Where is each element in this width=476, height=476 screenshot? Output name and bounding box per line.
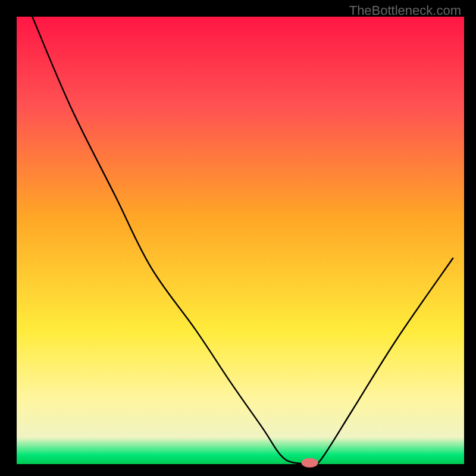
frame-right bbox=[464, 0, 476, 476]
attribution-label: TheBottleneck.com bbox=[349, 3, 461, 18]
optimal-marker bbox=[302, 458, 318, 468]
bottleneck-chart: TheBottleneck.com bbox=[0, 0, 476, 476]
frame-left bbox=[0, 0, 17, 476]
chart-canvas bbox=[0, 0, 476, 476]
frame-bottom bbox=[0, 464, 476, 476]
